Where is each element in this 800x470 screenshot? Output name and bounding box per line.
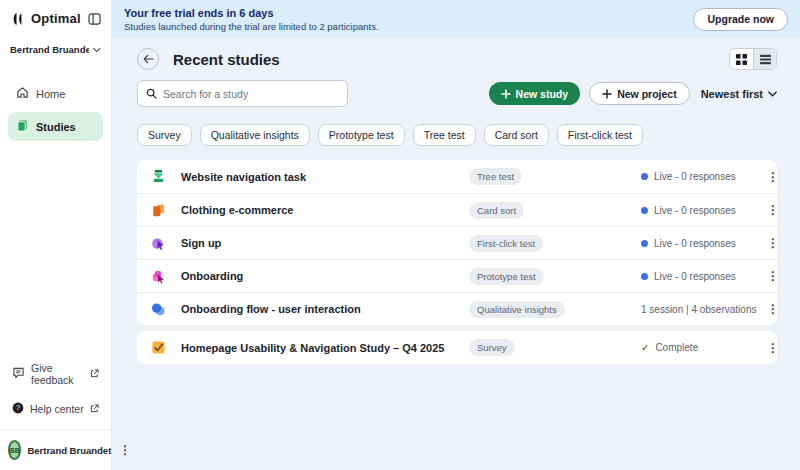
sidebar-item-label: Home <box>36 88 65 100</box>
live-dot <box>641 273 648 280</box>
sidebar: Optimal Bertrand Bruandet'... HomeStudie… <box>0 0 112 470</box>
row-menu-kebab-icon[interactable]: ⋮ <box>765 343 777 353</box>
controls-row: New study New project Newest first <box>137 80 777 107</box>
sidebar-item-home[interactable]: Home <box>8 79 103 108</box>
live-dot <box>641 207 648 214</box>
page-title: Recent studies <box>173 51 729 68</box>
sidebar-link-label: Help center <box>30 403 84 415</box>
sidebar-link-help-center[interactable]: ?Help center <box>8 395 103 423</box>
filter-chip-first-click-test[interactable]: First-click test <box>557 124 643 146</box>
plus-icon <box>602 89 612 99</box>
survey-icon <box>151 340 181 355</box>
study-row[interactable]: Onboarding flow - user interactionQualit… <box>137 292 777 325</box>
external-link-icon <box>90 403 99 415</box>
study-name: Website navigation task <box>181 171 469 183</box>
back-button[interactable] <box>137 48 159 70</box>
user-name: Bertrand Bruandet <box>27 445 111 456</box>
check-icon: ✓ <box>641 342 649 353</box>
qualitative-icon <box>151 302 181 317</box>
logo-row: Optimal <box>0 0 111 36</box>
filter-chip-qualitative-insights[interactable]: Qualitative insights <box>200 124 310 146</box>
arrow-left-icon <box>143 54 154 64</box>
sort-dropdown[interactable]: Newest first <box>699 88 777 100</box>
chevron-down-icon <box>768 91 777 97</box>
account-switcher[interactable]: Bertrand Bruandet'... <box>0 36 111 65</box>
study-row[interactable]: Clothing e-commerceCard sortLive - 0 res… <box>137 193 777 226</box>
controls-right: New study New project Newest first <box>489 82 777 105</box>
study-type-badge: Card sort <box>469 202 524 219</box>
search-icon <box>146 88 157 99</box>
trial-banner-title: Your free trial ends in 6 days <box>124 7 693 19</box>
sidebar-collapse-icon[interactable] <box>88 13 101 25</box>
new-study-button[interactable]: New study <box>489 82 581 105</box>
study-row[interactable]: OnboardingPrototype testLive - 0 respons… <box>137 259 777 292</box>
study-status-cell: 1 session | 4 observations <box>641 304 765 315</box>
new-project-button[interactable]: New project <box>589 82 690 105</box>
trial-banner: Your free trial ends in 6 days Studies l… <box>112 0 800 38</box>
live-dot <box>641 173 648 180</box>
user-menu-kebab-icon[interactable]: ⋮ <box>117 445 133 455</box>
study-status: 1 session | 4 observations <box>641 304 756 315</box>
filter-chip-prototype-test[interactable]: Prototype test <box>318 124 405 146</box>
study-name: Clothing e-commerce <box>181 204 469 216</box>
account-name: Bertrand Bruandet'... <box>10 44 89 55</box>
study-status-cell: Live - 0 responses <box>641 271 765 282</box>
studies-icon <box>16 119 29 134</box>
row-menu-kebab-icon[interactable]: ⋮ <box>765 205 777 215</box>
study-type-badge: Survey <box>469 339 515 356</box>
tree-test-icon <box>151 169 181 184</box>
study-status-cell: Live - 0 responses <box>641 238 765 249</box>
study-row[interactable]: Website navigation taskTree testLive - 0… <box>137 160 777 193</box>
chevron-down-icon <box>93 47 101 53</box>
logo-text: Optimal <box>31 11 82 26</box>
list-view-button[interactable] <box>753 49 776 69</box>
study-status: Live - 0 responses <box>654 238 736 249</box>
study-name: Onboarding flow - user interaction <box>181 303 469 315</box>
live-dot <box>641 240 648 247</box>
upgrade-now-button[interactable]: Upgrade now <box>693 8 788 31</box>
study-type-badge: Qualitative insights <box>469 301 565 318</box>
sidebar-link-label: Give feedback <box>31 362 84 386</box>
study-name: Homepage Usability & Navigation Study – … <box>181 342 469 354</box>
filter-chip-card-sort[interactable]: Card sort <box>484 124 549 146</box>
view-toggle <box>729 48 777 70</box>
study-status: Live - 0 responses <box>654 205 736 216</box>
row-menu-kebab-icon[interactable]: ⋮ <box>765 172 777 182</box>
svg-text:?: ? <box>16 404 20 411</box>
grid-icon <box>735 53 748 66</box>
studies-card: Website navigation taskTree testLive - 0… <box>137 160 777 325</box>
study-type-badge: Tree test <box>469 168 522 185</box>
search-input[interactable] <box>163 88 339 100</box>
user-row[interactable]: BB Bertrand Bruandet ⋮ <box>0 429 111 470</box>
study-row[interactable]: Sign upFirst-click testLive - 0 response… <box>137 226 777 259</box>
filter-chip-tree-test[interactable]: Tree test <box>413 124 476 146</box>
new-project-label: New project <box>617 88 677 100</box>
sidebar-item-label: Studies <box>36 121 76 133</box>
sidebar-nav: HomeStudies <box>0 65 111 141</box>
new-study-label: New study <box>516 88 569 100</box>
study-type-badge: First-click test <box>469 235 543 252</box>
plus-icon <box>501 89 511 99</box>
sidebar-link-give-feedback[interactable]: Give feedback <box>8 355 103 393</box>
external-link-icon <box>90 368 99 380</box>
card-sort-icon <box>151 203 181 218</box>
sort-label: Newest first <box>701 88 763 100</box>
row-menu-kebab-icon[interactable]: ⋮ <box>765 238 777 248</box>
prototype-icon <box>151 269 181 284</box>
sidebar-item-studies[interactable]: Studies <box>8 112 103 141</box>
study-status: Live - 0 responses <box>654 171 736 182</box>
avatar: BB <box>8 440 21 460</box>
studies-list: Website navigation taskTree testLive - 0… <box>137 160 777 364</box>
row-menu-kebab-icon[interactable]: ⋮ <box>765 304 777 314</box>
study-row[interactable]: Homepage Usability & Navigation Study – … <box>137 331 777 364</box>
row-menu-kebab-icon[interactable]: ⋮ <box>765 271 777 281</box>
search-box[interactable] <box>137 80 348 107</box>
trial-banner-text: Your free trial ends in 6 days Studies l… <box>124 7 693 32</box>
feedback-icon <box>12 367 25 381</box>
study-status: Complete <box>655 342 698 353</box>
study-name: Onboarding <box>181 270 469 282</box>
trial-banner-subtitle: Studies launched during the trial are li… <box>124 21 693 32</box>
grid-view-button[interactable] <box>730 49 753 69</box>
filter-chips: SurveyQualitative insightsPrototype test… <box>137 124 777 146</box>
filter-chip-survey[interactable]: Survey <box>137 124 192 146</box>
